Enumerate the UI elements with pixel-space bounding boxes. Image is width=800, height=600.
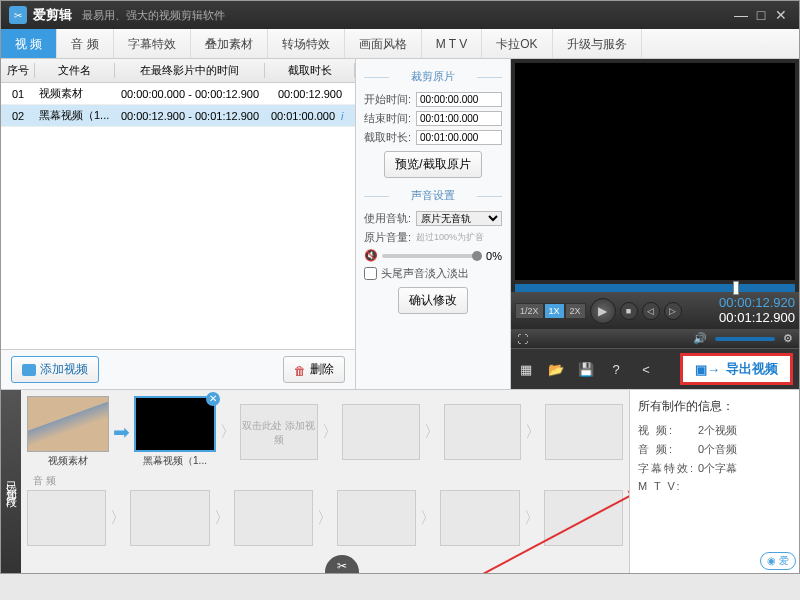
clip-item[interactable]: 视频素材 [27, 396, 109, 468]
volume-value: 0% [486, 250, 502, 262]
prev-frame-button[interactable]: ◁ [642, 302, 660, 320]
end-time-input[interactable] [416, 111, 502, 126]
empty-audio-slot[interactable] [234, 490, 313, 546]
fullscreen-icon[interactable]: ⛶ [517, 333, 528, 345]
empty-clip-slot[interactable]: 双击此处 添加视频 [240, 404, 318, 460]
empty-audio-slot[interactable] [337, 490, 416, 546]
volume-hint: 超过100%为扩音 [416, 231, 484, 244]
timeline-side-tab[interactable]: 已添加片段 [1, 390, 21, 573]
play-button[interactable]: ▶ [590, 298, 616, 324]
tab-subtitle[interactable]: 字幕特效 [114, 29, 191, 58]
audio-track-select[interactable]: 原片无音轨 [416, 211, 502, 226]
empty-clip-slot[interactable] [444, 404, 522, 460]
trim-section-title: 裁剪原片 [364, 65, 502, 88]
duration-label: 截取时长: [364, 130, 412, 145]
audio-track-label: 使用音轨: [364, 211, 412, 226]
add-icon [22, 364, 36, 376]
table-header: 序号 文件名 在最终影片中的时间 截取时长 [1, 59, 355, 83]
main-tabs: 视 频 音 频 字幕特效 叠加素材 转场特效 画面风格 M T V 卡拉OK 升… [1, 29, 799, 59]
duration-input[interactable] [416, 130, 502, 145]
th-filename: 文件名 [35, 63, 115, 78]
export-video-button[interactable]: ▣→ 导出视频 [680, 353, 793, 385]
help-icon[interactable]: ? [607, 361, 625, 377]
player-volume-slider[interactable] [715, 337, 775, 341]
arrow-icon: 〉 [322, 422, 338, 443]
tab-style[interactable]: 画面风格 [345, 29, 422, 58]
speed-2x-button[interactable]: 2X [565, 303, 586, 319]
add-clip-placeholder: 双击此处 添加视频 [241, 405, 317, 447]
settings-icon[interactable]: ⚙ [783, 332, 793, 345]
info-title: 所有制作的信息： [638, 398, 791, 415]
tab-upgrade[interactable]: 升级与服务 [553, 29, 642, 58]
close-button[interactable]: ✕ [771, 7, 791, 23]
clip-item[interactable]: ✕ 黑幕视频（1... [134, 396, 216, 468]
confirm-button[interactable]: 确认修改 [398, 287, 468, 314]
fade-checkbox[interactable] [364, 267, 377, 280]
app-logo-icon: ✂ [9, 6, 27, 24]
info-icon[interactable]: i [341, 110, 355, 122]
empty-clip-slot[interactable] [545, 404, 623, 460]
audio-section-title: 声音设置 [364, 184, 502, 207]
preview-pane: 1/2X 1X 2X ▶ ■ ◁ ▷ 00:00:12.920 00:01:12… [511, 59, 799, 389]
next-frame-button[interactable]: ▷ [664, 302, 682, 320]
tab-mtv[interactable]: M T V [422, 29, 483, 58]
delete-button[interactable]: 🗑删除 [283, 356, 345, 383]
table-row[interactable]: 01 视频素材 00:00:00.000 - 00:00:12.900 00:0… [1, 83, 355, 105]
arrow-icon: 〉 [525, 422, 541, 443]
volume-label: 原片音量: [364, 230, 412, 245]
clip-list-pane: 序号 文件名 在最终影片中的时间 截取时长 01 视频素材 00:00:00.0… [1, 59, 356, 389]
tab-transition[interactable]: 转场特效 [268, 29, 345, 58]
maximize-button[interactable]: □ [751, 7, 771, 23]
timeline: 视频素材 ➡ ✕ 黑幕视频（1... 〉 双击此处 添加视频 〉 〉 〉 音 频 [21, 390, 629, 573]
tab-overlay[interactable]: 叠加素材 [191, 29, 268, 58]
speed-1x-button[interactable]: 1X [544, 303, 565, 319]
table-row[interactable]: 02 黑幕视频（1... 00:00:12.900 - 00:01:12.900… [1, 105, 355, 127]
tab-karaoke[interactable]: 卡拉OK [482, 29, 552, 58]
add-video-button[interactable]: 添加视频 [11, 356, 99, 383]
titlebar: ✂ 爱剪辑 最易用、强大的视频剪辑软件 — □ ✕ [1, 1, 799, 29]
progress-bar[interactable] [515, 284, 795, 292]
preview-trim-button[interactable]: 预览/截取原片 [384, 151, 481, 178]
empty-audio-slot[interactable] [130, 490, 209, 546]
export-icon: ▣→ [695, 362, 720, 377]
bottom-toolbar: ▦ 📂 💾 ? < ▣→ 导出视频 [511, 348, 799, 389]
arrow-icon: 〉 [420, 508, 436, 529]
tab-audio[interactable]: 音 频 [57, 29, 113, 58]
arrow-icon: 〉 [220, 422, 236, 443]
arrow-icon: ➡ [113, 420, 130, 444]
open-icon[interactable]: 📂 [547, 361, 565, 377]
app-name: 爱剪辑 [33, 6, 72, 24]
arrow-icon: 〉 [317, 508, 333, 529]
th-duration: 截取时长 [265, 63, 355, 78]
start-time-input[interactable] [416, 92, 502, 107]
remove-clip-button[interactable]: ✕ [206, 392, 220, 406]
speaker-icon: 🔇 [364, 249, 378, 262]
volume-icon[interactable]: 🔊 [693, 332, 707, 345]
minimize-button[interactable]: — [731, 7, 751, 23]
app-subtitle: 最易用、强大的视频剪辑软件 [82, 8, 731, 23]
arrow-icon: 〉 [524, 508, 540, 529]
tab-video[interactable]: 视 频 [1, 29, 57, 58]
video-preview[interactable] [515, 63, 795, 280]
arrow-icon: 〉 [424, 422, 440, 443]
empty-audio-slot[interactable] [27, 490, 106, 546]
th-timerange: 在最终影片中的时间 [115, 63, 265, 78]
trash-icon: 🗑 [294, 364, 306, 376]
end-time-label: 结束时间: [364, 111, 412, 126]
scissors-button[interactable]: ✂ [325, 555, 359, 573]
brand-badge[interactable]: ◉ 爱 [760, 552, 796, 570]
share-icon[interactable]: < [637, 361, 655, 377]
total-time: 00:01:12.900 [719, 311, 795, 325]
time-display: 00:00:12.920 00:01:12.900 [719, 296, 795, 325]
speed-half-button[interactable]: 1/2X [515, 303, 544, 319]
current-time: 00:00:12.920 [719, 296, 795, 310]
info-panel: 所有制作的信息： 视 频:2个视频 音 频:0个音频 字幕特效:0个字幕 M T… [629, 390, 799, 573]
save-icon[interactable]: 💾 [577, 361, 595, 377]
stop-button[interactable]: ■ [620, 302, 638, 320]
new-icon[interactable]: ▦ [517, 361, 535, 377]
empty-clip-slot[interactable] [342, 404, 420, 460]
volume-slider[interactable] [382, 254, 482, 258]
empty-audio-slot[interactable] [440, 490, 519, 546]
clip-thumbnail [27, 396, 109, 452]
arrow-icon: 〉 [110, 508, 126, 529]
